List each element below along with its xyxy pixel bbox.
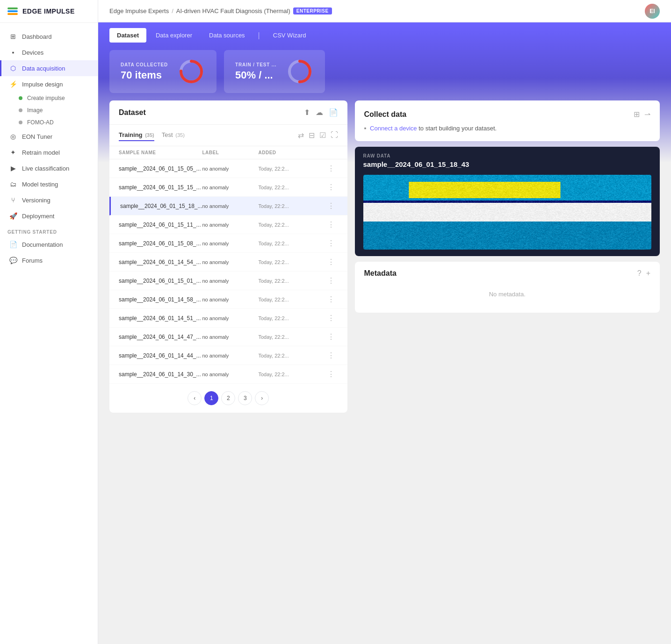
table-row[interactable]: sample__2024_06_01_14_51_... no anomaly …	[109, 309, 347, 328]
sample-label: no anomaly	[202, 222, 259, 228]
stats-row: DATA COLLECTED 70 items TRAIN / TEST ...…	[98, 43, 671, 100]
table-row[interactable]: sample__2024_06_01_15_18_... no anomaly …	[109, 197, 347, 215]
sidebar-nav: ⊞ Dashboard ▪ Devices ⬡ Data acquisition…	[0, 23, 98, 644]
sidebar-sub-label: Create impulse	[27, 95, 65, 101]
sidebar-item-label: Devices	[22, 49, 43, 56]
sidebar-item-label: Retrain model	[22, 149, 60, 156]
pagination-page-2[interactable]: 2	[221, 391, 235, 405]
sample-name: sample__2024_06_01_15_08_...	[119, 240, 202, 247]
stat-value-collected: 70 items	[121, 69, 168, 81]
sample-added: Today, 22:2...	[259, 259, 324, 265]
content-area: Dataset Data explorer Data sources | CSV…	[98, 22, 671, 644]
row-menu-icon[interactable]: ⋮	[324, 295, 338, 304]
sidebar-item-documentation[interactable]: 📄 Documentation	[0, 236, 98, 252]
pagination-page-3[interactable]: 3	[238, 391, 252, 405]
sample-added: Today, 22:2...	[259, 372, 324, 377]
tab-csv-wizard[interactable]: CSV Wizard	[266, 28, 314, 43]
enterprise-badge: ENTERPRISE	[293, 7, 332, 14]
meta-title: Metadata	[364, 269, 397, 278]
sidebar-item-forums[interactable]: 💬 Forums	[0, 252, 98, 268]
dataset-header: Dataset ⬆ ☁ 📄	[109, 100, 347, 125]
sidebar-item-data-acquisition[interactable]: ⬡ Data acquisition	[0, 60, 98, 76]
tab-dataset[interactable]: Dataset	[109, 28, 146, 43]
sidebar-item-create-impulse[interactable]: Create impulse	[0, 92, 98, 104]
sidebar-item-devices[interactable]: ▪ Devices	[0, 44, 98, 60]
row-menu-icon[interactable]: ⋮	[324, 314, 338, 322]
filter-icon[interactable]: ⊟	[309, 131, 315, 140]
sample-name: sample__2024_06_01_15_18_...	[120, 203, 202, 209]
sidebar-item-dashboard[interactable]: ⊞ Dashboard	[0, 29, 98, 44]
collect-actions: ⊞ ⇀	[634, 110, 650, 119]
sample-label: no anomaly	[202, 315, 259, 321]
check-icon[interactable]: ☑	[319, 131, 326, 140]
sync-icon[interactable]: ⇄	[298, 131, 304, 140]
row-menu-icon[interactable]: ⋮	[324, 276, 338, 285]
testing-icon: 🗂	[9, 180, 17, 188]
help-icon[interactable]: ?	[637, 269, 642, 278]
row-menu-icon[interactable]: ⋮	[324, 220, 338, 229]
grid-icon[interactable]: ⊞	[634, 110, 640, 119]
tab-data-explorer[interactable]: Data explorer	[148, 28, 200, 43]
cloud-icon[interactable]: ☁	[316, 108, 323, 117]
table-row[interactable]: sample__2024_06_01_15_11_... no anomaly …	[109, 215, 347, 234]
data-tab-group: Training (35) Test (35)	[119, 129, 185, 141]
expand-icon[interactable]: ⛶	[331, 131, 338, 140]
sidebar-item-live-classification[interactable]: ▶ Live classification	[0, 160, 98, 176]
tab-data-sources[interactable]: Data sources	[202, 28, 253, 43]
row-menu-icon[interactable]: ⋮	[324, 351, 338, 360]
connect-text: to start building your dataset.	[418, 125, 497, 132]
sample-name: sample__2024_06_01_15_15_...	[119, 184, 202, 191]
upload-icon[interactable]: ⬆	[304, 108, 310, 117]
table-row[interactable]: sample__2024_06_01_14_58_... no anomaly …	[109, 290, 347, 309]
table-row[interactable]: sample__2024_06_01_15_05_... no anomaly …	[109, 159, 347, 178]
logo-icon	[7, 7, 18, 15]
data-acquisition-icon: ⬡	[9, 64, 17, 72]
pagination-page-1[interactable]: 1	[204, 391, 218, 405]
table-row[interactable]: sample__2024_06_01_15_15_... no anomaly …	[109, 178, 347, 197]
table-row[interactable]: sample__2024_06_01_14_54_... no anomaly …	[109, 253, 347, 272]
collect-title: Collect data	[364, 110, 407, 119]
tab-test[interactable]: Test (35)	[162, 129, 185, 141]
table-row[interactable]: sample__2024_06_01_14_44_... no anomaly …	[109, 346, 347, 365]
forums-icon: 💬	[9, 256, 17, 265]
stat-value-train-test: 50% / ...	[235, 69, 276, 81]
sidebar-item-versioning[interactable]: ⑂ Versioning	[0, 192, 98, 208]
sidebar-item-image[interactable]: Image	[0, 104, 98, 116]
table-row[interactable]: sample__2024_06_01_15_08_... no anomaly …	[109, 234, 347, 253]
share-icon[interactable]: ⇀	[644, 110, 650, 119]
row-menu-icon[interactable]: ⋮	[324, 164, 338, 173]
sidebar-item-impulse-design[interactable]: ⚡ Impulse design	[0, 76, 98, 92]
table-row[interactable]: sample__2024_06_01_14_30_... no anomaly …	[109, 365, 347, 384]
table-row[interactable]: sample__2024_06_01_14_47_... no anomaly …	[109, 328, 347, 346]
sidebar-item-model-testing[interactable]: 🗂 Model testing	[0, 176, 98, 192]
sidebar-item-fomo-ad[interactable]: FOMO-AD	[0, 116, 98, 129]
sample-name: sample__2024_06_01_15_11_...	[119, 222, 202, 228]
pagination-prev[interactable]: ‹	[188, 391, 202, 405]
sidebar-item-eon-tuner[interactable]: ◎ EON Tuner	[0, 129, 98, 144]
row-menu-icon[interactable]: ⋮	[324, 183, 338, 192]
row-menu-icon[interactable]: ⋮	[324, 239, 338, 248]
add-metadata-icon[interactable]: +	[646, 269, 650, 278]
table-row[interactable]: sample__2024_06_01_15_01_... no anomaly …	[109, 272, 347, 290]
training-count: (35)	[145, 132, 154, 138]
sample-label: no anomaly	[202, 166, 259, 172]
sample-table: SAMPLE NAME LABEL ADDED sample__2024_06_…	[109, 146, 347, 384]
row-menu-icon[interactable]: ⋮	[324, 258, 338, 266]
row-menu-icon[interactable]: ⋮	[324, 370, 338, 379]
sidebar-item-retrain-model[interactable]: ✦ Retrain model	[0, 144, 98, 160]
sidebar-item-deployment[interactable]: 🚀 Deployment	[0, 208, 98, 224]
avatar[interactable]: EI	[645, 4, 660, 19]
stat-text-train-test: TRAIN / TEST ... 50% / ...	[235, 62, 276, 81]
file-icon[interactable]: 📄	[329, 108, 338, 117]
getting-started-label: GETTING STARTED	[0, 224, 98, 236]
row-menu-icon[interactable]: ⋮	[324, 201, 338, 210]
pagination-next[interactable]: ›	[255, 391, 269, 405]
connect-link[interactable]: Connect a device	[370, 125, 417, 132]
col-sample-name: SAMPLE NAME	[119, 150, 202, 155]
table-header: SAMPLE NAME LABEL ADDED	[109, 146, 347, 159]
breadcrumb: Edge Impulse Experts / AI-driven HVAC Fa…	[109, 7, 332, 14]
tab-training[interactable]: Training (35)	[119, 129, 154, 141]
row-menu-icon[interactable]: ⋮	[324, 332, 338, 341]
sample-added: Today, 22:2...	[259, 203, 324, 209]
versioning-icon: ⑂	[9, 196, 17, 204]
